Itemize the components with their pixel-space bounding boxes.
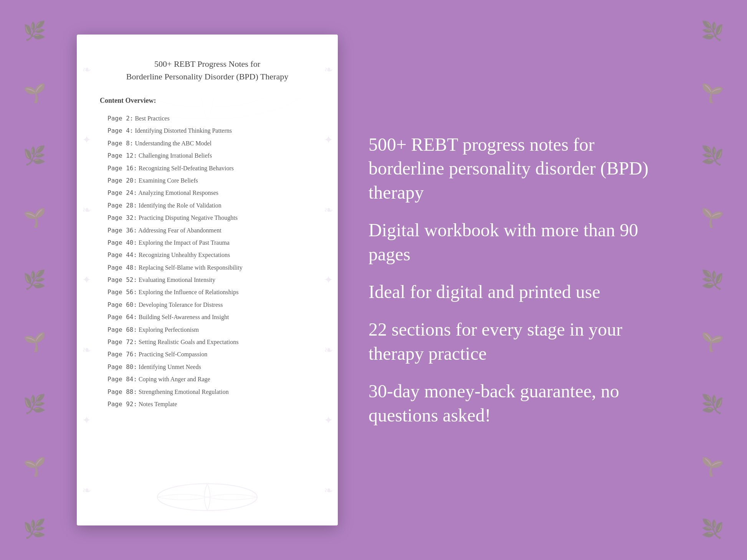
toc-item: Page 48: Replacing Self-Blame with Respo… [100,262,315,274]
document-title-line2: Borderline Personality Disorder (BPD) Th… [126,72,288,81]
toc-item: Page 40: Exploring the Impact of Past Tr… [100,237,315,249]
features-panel: 500+ REBT progress notes for borderline … [361,133,670,427]
toc-item: Page 76: Practicing Self-Compassion [100,348,315,361]
toc-item: Page 88: Strengthening Emotional Regulat… [100,386,315,398]
toc-item: Page 64: Building Self-Awareness and Ins… [100,311,315,323]
toc-item: Page 20: Examining Core Beliefs [100,175,315,187]
toc-item: Page 2: Best Practices [100,112,315,125]
table-of-contents: Page 2: Best PracticesPage 4: Identifyin… [100,112,315,410]
feature-text-3: 22 sections for every stage in your ther… [369,318,670,366]
document-border-right: ❧ ✦ ❧ ✦ ❧ ✦ ❧ [321,35,336,525]
feature-text-1: Digital workbook with more than 90 pages [369,218,670,266]
document-border-left: ❧ ✦ ❧ ✦ ❧ ✦ ❧ [79,35,94,525]
toc-item: Page 4: Identifying Distorted Thinking P… [100,125,315,137]
document-card: ❧ ✦ ❧ ✦ ❧ ✦ ❧ ❧ ✦ ❧ ✦ ❧ ✦ ❧ 500+ REBT Pr… [77,35,338,525]
toc-item: Page 36: Addressing Fear of Abandonment [100,224,315,237]
main-content: ❧ ✦ ❧ ✦ ❧ ✦ ❧ ❧ ✦ ❧ ✦ ❧ ✦ ❧ 500+ REBT Pr… [0,12,747,548]
feature-text-4: 30-day money-back guarantee, no question… [369,379,670,427]
toc-item: Page 16: Recognizing Self-Defeating Beha… [100,162,315,175]
toc-item: Page 28: Identifying the Role of Validat… [100,199,315,212]
document-title: 500+ REBT Progress Notes for Borderline … [100,58,315,83]
toc-item: Page 80: Identifying Unmet Needs [100,361,315,373]
toc-item: Page 84: Coping with Anger and Rage [100,373,315,385]
toc-item: Page 60: Developing Tolerance for Distre… [100,299,315,311]
toc-item: Page 32: Practicing Disputing Negative T… [100,212,315,224]
toc-item: Page 12: Challenging Irrational Beliefs [100,150,315,162]
toc-item: Page 52: Evaluating Emotional Intensity [100,274,315,286]
toc-item: Page 92: Notes Template [100,398,315,410]
toc-item: Page 56: Exploring the Influence of Rela… [100,286,315,298]
svg-point-3 [157,484,257,511]
toc-item: Page 8: Understanding the ABC Model [100,137,315,150]
toc-item: Page 24: Analyzing Emotional Responses [100,187,315,199]
toc-item: Page 72: Setting Realistic Goals and Exp… [100,336,315,348]
toc-item: Page 68: Exploring Perfectionism [100,324,315,336]
feature-text-0: 500+ REBT progress notes for borderline … [369,133,670,204]
content-overview-label: Content Overview: [100,97,315,105]
document-watermark-bottom [150,482,265,514]
feature-text-2: Ideal for digital and printed use [369,280,670,304]
document-title-line1: 500+ REBT Progress Notes for [154,59,260,69]
toc-item: Page 44: Recognizing Unhealthy Expectati… [100,249,315,261]
